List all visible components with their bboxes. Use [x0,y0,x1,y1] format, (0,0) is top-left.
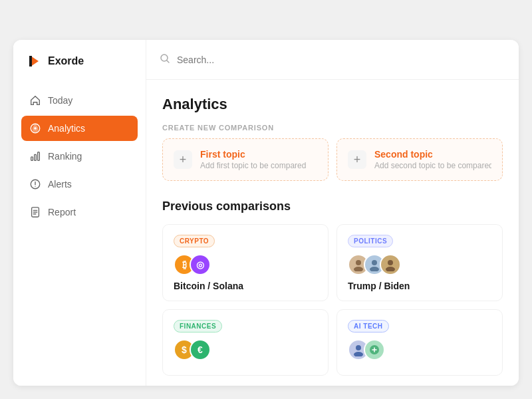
card-avatars-aitech [348,339,491,360]
avatar-extra [380,254,401,275]
sidebar-item-alerts[interactable]: Alerts [21,172,138,197]
comparison-slots: + First topic Add first topic to be comp… [162,138,503,181]
second-topic-info: Second topic Add second topic to be comp… [374,149,491,170]
sidebar-item-ranking[interactable]: Ranking [21,144,138,169]
card-avatars-bitcoin-solana: ₿ ◎ [174,254,317,275]
card-finances[interactable]: FINANCES $ € [162,309,329,376]
first-topic-subtitle: Add first topic to be compared [200,161,306,170]
avatar-solana: ◎ [190,254,211,275]
card-label-bitcoin-solana: Bitcoin / Solana [174,281,317,291]
logo-text: Exorde [48,55,84,67]
search-input[interactable] [177,55,505,65]
avatar-finance-2: € [190,339,211,360]
first-topic-title: First topic [200,149,306,160]
card-label-trump-biden: Trump / Biden [348,281,491,291]
sidebar: Exorde Today Analytics [13,40,146,386]
page-title: Analytics [162,96,503,113]
svg-rect-3 [31,157,33,160]
svg-point-9 [356,260,361,265]
svg-rect-0 [29,56,32,66]
search-bar [146,40,519,80]
first-topic-slot[interactable]: + First topic Add first topic to be comp… [162,138,329,181]
svg-point-14 [386,267,395,271]
card-bitcoin-solana[interactable]: CRYPTO ₿ ◎ Bitcoin / Solana [162,224,329,301]
svg-point-12 [370,267,379,271]
report-icon [29,206,41,218]
first-topic-info: First topic Add first topic to be compar… [200,149,306,170]
svg-point-10 [354,267,363,271]
main-layout: Exorde Today Analytics [13,40,519,386]
alerts-icon [29,178,41,190]
sidebar-item-report[interactable]: Report [21,200,138,225]
second-topic-subtitle: Add second topic to be compared [374,161,491,170]
ranking-icon [29,150,41,162]
svg-point-11 [372,260,377,265]
previous-comparisons-title: Previous comparisons [162,200,503,213]
svg-point-13 [388,260,393,265]
top-bar [0,0,532,40]
svg-point-15 [356,345,361,350]
card-aitech[interactable]: AI TECH [336,309,503,376]
sidebar-item-analytics[interactable]: Analytics [21,116,138,141]
second-topic-title: Second topic [374,149,491,160]
svg-rect-5 [38,152,40,161]
avatar-ai-2 [364,339,385,360]
sidebar-item-today[interactable]: Today [21,88,138,113]
card-avatars-trump-biden [348,254,491,275]
svg-point-16 [354,352,363,356]
card-tag-crypto: CRYPTO [174,235,215,247]
second-topic-slot[interactable]: + Second topic Add second topic to be co… [336,138,503,181]
card-tag-finances: FINANCES [174,320,222,332]
card-tag-politics: POLITICS [348,235,393,247]
logo-area: Exorde [21,53,138,85]
content-area: Analytics CREATE NEW COMPARISON + First … [146,40,519,386]
card-tag-aitech: AI TECH [348,320,389,332]
card-avatars-finances: $ € [174,339,317,360]
create-comparison-label: CREATE NEW COMPARISON [162,124,503,132]
card-trump-biden[interactable]: POLITICS Trump / Bide [336,224,503,301]
second-topic-plus-icon: + [348,150,366,169]
logo-icon [27,53,43,69]
comparison-grid: CRYPTO ₿ ◎ Bitcoin / Solana POLITICS [162,224,503,376]
analytics-icon [29,122,41,134]
page-content: Analytics CREATE NEW COMPARISON + First … [146,80,519,386]
svg-point-2 [34,127,37,130]
search-icon [160,53,170,66]
first-topic-plus-icon: + [174,150,192,169]
svg-rect-4 [35,154,37,160]
home-icon [29,94,41,106]
